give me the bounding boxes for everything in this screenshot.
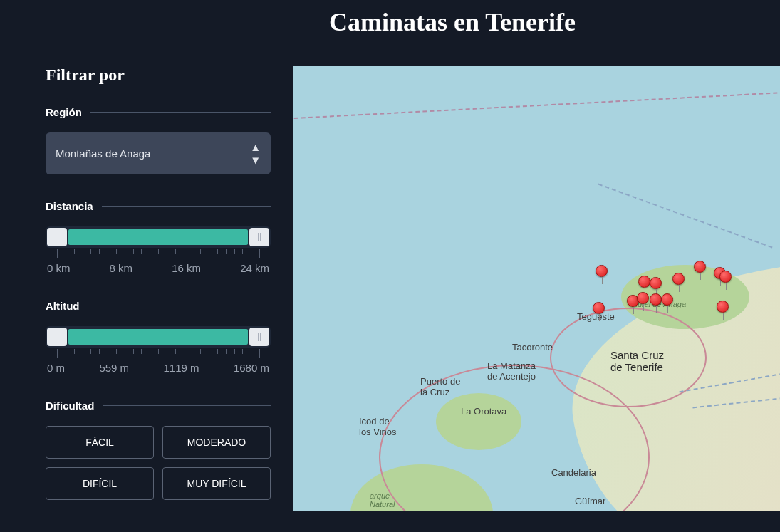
- distance-tick-labels: 0 km 8 km 16 km 24 km: [46, 262, 271, 274]
- distance-handle-min[interactable]: [47, 228, 67, 246]
- divider: [90, 112, 271, 113]
- map-pin[interactable]: [717, 301, 729, 313]
- map-place-label: Candelaria: [551, 467, 596, 478]
- region-select[interactable]: Montañas de Anaga ▲▼: [46, 132, 271, 174]
- map-pin[interactable]: [650, 293, 662, 306]
- region-label: Región: [46, 106, 82, 118]
- map-place-label: Güímar: [575, 496, 605, 506]
- divider: [88, 306, 271, 306]
- difficulty-button[interactable]: FÁCIL: [46, 426, 154, 459]
- map-place-label: Icod delos Vinos: [359, 416, 397, 437]
- altitude-label: Altitud: [46, 300, 79, 312]
- select-chevrons-icon: ▲▼: [250, 141, 261, 166]
- divider: [102, 206, 271, 207]
- difficulty-button[interactable]: MODERADO: [162, 426, 271, 459]
- altitude-handle-max[interactable]: [249, 328, 269, 346]
- region-selected-value: Montañas de Anaga: [56, 147, 150, 160]
- map-pin[interactable]: [672, 273, 685, 285]
- altitude-ticks: [46, 349, 271, 359]
- difficulty-label: Dificultad: [46, 400, 94, 412]
- distance-handle-max[interactable]: [249, 228, 269, 246]
- map-park-label: arqueNatural: [370, 491, 395, 508]
- filter-sidebar: Filtrar por Región Montañas de Anaga ▲▼ …: [46, 66, 271, 526]
- map-place-label: Puerto dela Cruz: [420, 376, 460, 397]
- map-pin[interactable]: [694, 261, 706, 273]
- divider: [103, 405, 271, 406]
- map-pin[interactable]: [637, 292, 649, 304]
- filter-group-region: Región Montañas de Anaga ▲▼: [46, 106, 271, 174]
- map-pin[interactable]: [593, 302, 605, 314]
- filter-group-altitude: Altitud 0 m 559 m 1119 m 1680 m: [46, 300, 271, 374]
- map-place-label: Tacoronte: [512, 342, 553, 353]
- distance-label: Distancia: [46, 200, 93, 212]
- filter-group-difficulty: Dificultad FÁCIL MODERADO DIFÍCIL MUY DI…: [46, 400, 271, 500]
- map-place-label: La Orotava: [461, 406, 506, 417]
- map-pin[interactable]: [719, 271, 732, 283]
- map-pin[interactable]: [596, 265, 608, 277]
- altitude-slider[interactable]: [46, 326, 271, 348]
- altitude-handle-min[interactable]: [47, 328, 67, 346]
- map-place-label: La Matanzade Acentejo: [487, 360, 536, 382]
- filter-title: Filtrar por: [46, 66, 271, 85]
- difficulty-button[interactable]: MUY DIFÍCIL: [162, 467, 271, 500]
- difficulty-button[interactable]: DIFÍCIL: [46, 467, 154, 500]
- map-pin[interactable]: [650, 277, 662, 289]
- page-title: Caminatas en Tenerife: [125, 0, 780, 66]
- map-pin[interactable]: [661, 293, 673, 306]
- map-pin[interactable]: [638, 276, 650, 288]
- distance-slider[interactable]: [46, 226, 271, 248]
- map-place-label: Santa Cruzde Tenerife: [610, 349, 664, 373]
- distance-ticks: [46, 249, 271, 259]
- altitude-tick-labels: 0 m 559 m 1119 m 1680 m: [46, 362, 271, 374]
- map[interactable]: TeguesteTacoronteLa Matanzade AcentejoPu…: [293, 66, 780, 511]
- filter-group-distance: Distancia 0 km 8 km 16 km 24 km: [46, 200, 271, 274]
